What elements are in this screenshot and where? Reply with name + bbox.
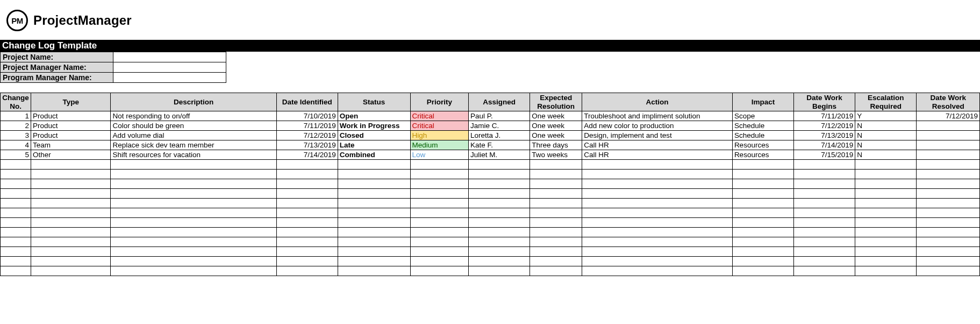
empty-cell[interactable]: [855, 179, 917, 189]
table-row-empty[interactable]: [1, 228, 980, 237]
empty-cell[interactable]: [410, 257, 468, 266]
table-row-empty[interactable]: [1, 179, 980, 189]
column-header[interactable]: Expected Resolution: [530, 93, 582, 111]
empty-cell[interactable]: [530, 179, 582, 189]
empty-cell[interactable]: [855, 247, 917, 257]
empty-cell[interactable]: [276, 237, 338, 247]
table-row-empty[interactable]: [1, 218, 980, 228]
empty-cell[interactable]: [530, 199, 582, 208]
description-cell[interactable]: Shift resources for vacation: [111, 150, 276, 160]
empty-cell[interactable]: [530, 237, 582, 247]
table-row-empty[interactable]: [1, 237, 980, 247]
table-row[interactable]: 4TeamReplace sick dev team member7/13/20…: [1, 140, 980, 150]
description-cell[interactable]: Add volume dial: [111, 131, 276, 140]
expected-resolution-cell[interactable]: One week: [530, 131, 582, 140]
empty-cell[interactable]: [530, 266, 582, 276]
change-log-grid[interactable]: Change No.TypeDescriptionDate Identified…: [0, 93, 980, 276]
priority-cell[interactable]: Critical: [410, 111, 468, 121]
empty-cell[interactable]: [530, 247, 582, 257]
expected-resolution-cell[interactable]: One week: [530, 121, 582, 131]
empty-cell[interactable]: [31, 179, 111, 189]
empty-cell[interactable]: [410, 199, 468, 208]
column-header[interactable]: Date Work Resolved: [917, 93, 980, 111]
column-header[interactable]: Date Identified: [276, 93, 338, 111]
empty-cell[interactable]: [410, 208, 468, 218]
empty-cell[interactable]: [855, 199, 917, 208]
empty-cell[interactable]: [410, 170, 468, 179]
empty-cell[interactable]: [111, 237, 276, 247]
empty-cell[interactable]: [582, 266, 733, 276]
expected-resolution-cell[interactable]: Three days: [530, 140, 582, 150]
empty-cell[interactable]: [582, 208, 733, 218]
empty-cell[interactable]: [917, 218, 980, 228]
empty-cell[interactable]: [794, 266, 855, 276]
empty-cell[interactable]: [111, 266, 276, 276]
empty-cell[interactable]: [1, 237, 31, 247]
assigned-cell[interactable]: Jamie C.: [469, 121, 530, 131]
empty-cell[interactable]: [582, 247, 733, 257]
table-row-empty[interactable]: [1, 208, 980, 218]
column-header[interactable]: Escalation Required: [855, 93, 917, 111]
escalation-cell[interactable]: N: [855, 121, 917, 131]
empty-cell[interactable]: [582, 228, 733, 237]
assigned-cell[interactable]: Paul P.: [469, 111, 530, 121]
empty-cell[interactable]: [917, 257, 980, 266]
empty-cell[interactable]: [732, 218, 793, 228]
empty-cell[interactable]: [469, 170, 530, 179]
impact-cell[interactable]: Resources: [732, 140, 793, 150]
action-cell[interactable]: Call HR: [582, 140, 733, 150]
action-cell[interactable]: Call HR: [582, 150, 733, 160]
empty-cell[interactable]: [732, 228, 793, 237]
empty-cell[interactable]: [410, 266, 468, 276]
empty-cell[interactable]: [855, 257, 917, 266]
empty-cell[interactable]: [31, 218, 111, 228]
empty-cell[interactable]: [732, 208, 793, 218]
empty-cell[interactable]: [917, 237, 980, 247]
empty-cell[interactable]: [732, 170, 793, 179]
empty-cell[interactable]: [338, 228, 410, 237]
empty-cell[interactable]: [855, 189, 917, 199]
empty-cell[interactable]: [855, 160, 917, 170]
empty-cell[interactable]: [1, 160, 31, 170]
empty-cell[interactable]: [917, 247, 980, 257]
empty-cell[interactable]: [276, 228, 338, 237]
empty-cell[interactable]: [582, 179, 733, 189]
empty-cell[interactable]: [338, 160, 410, 170]
priority-cell[interactable]: Low: [410, 150, 468, 160]
empty-cell[interactable]: [794, 237, 855, 247]
expected-resolution-cell[interactable]: One week: [530, 111, 582, 121]
empty-cell[interactable]: [410, 189, 468, 199]
empty-cell[interactable]: [794, 189, 855, 199]
impact-cell[interactable]: Schedule: [732, 131, 793, 140]
empty-cell[interactable]: [469, 257, 530, 266]
meta-value-cell[interactable]: [113, 73, 226, 83]
expected-resolution-cell[interactable]: Two weeks: [530, 150, 582, 160]
empty-cell[interactable]: [410, 228, 468, 237]
empty-cell[interactable]: [276, 218, 338, 228]
date-work-resolved-cell[interactable]: [917, 140, 980, 150]
empty-cell[interactable]: [338, 257, 410, 266]
empty-cell[interactable]: [917, 160, 980, 170]
empty-cell[interactable]: [530, 257, 582, 266]
meta-value-cell[interactable]: [113, 52, 226, 62]
empty-cell[interactable]: [1, 218, 31, 228]
empty-cell[interactable]: [530, 228, 582, 237]
table-row-empty[interactable]: [1, 199, 980, 208]
empty-cell[interactable]: [582, 257, 733, 266]
empty-cell[interactable]: [794, 247, 855, 257]
empty-cell[interactable]: [917, 208, 980, 218]
type-cell[interactable]: Team: [31, 140, 111, 150]
status-cell[interactable]: Open: [338, 111, 410, 121]
empty-cell[interactable]: [410, 218, 468, 228]
empty-cell[interactable]: [732, 199, 793, 208]
empty-cell[interactable]: [855, 228, 917, 237]
table-row[interactable]: 2ProductColor should be green7/11/2019Wo…: [1, 121, 980, 131]
empty-cell[interactable]: [582, 160, 733, 170]
empty-cell[interactable]: [111, 170, 276, 179]
date-work-begins-cell[interactable]: 7/12/2019: [794, 121, 855, 131]
date-work-begins-cell[interactable]: 7/11/2019: [794, 111, 855, 121]
date-identified-cell[interactable]: 7/13/2019: [276, 140, 338, 150]
empty-cell[interactable]: [276, 247, 338, 257]
escalation-cell[interactable]: N: [855, 131, 917, 140]
escalation-cell[interactable]: Y: [855, 111, 917, 121]
